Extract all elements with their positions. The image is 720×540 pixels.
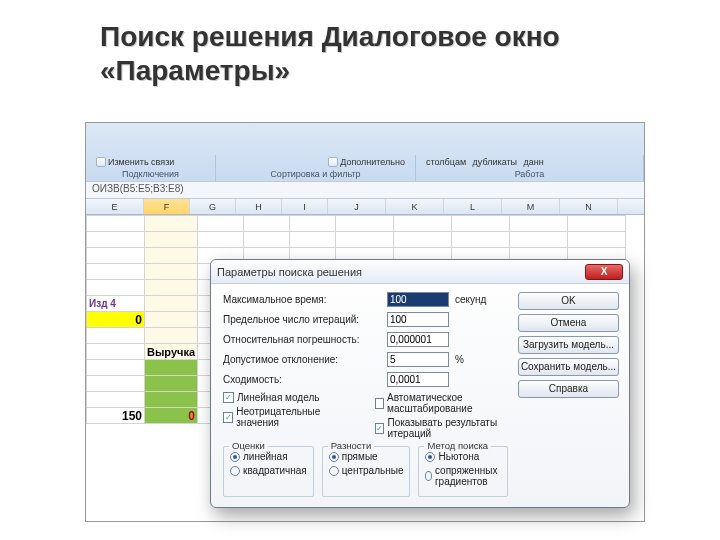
page-title: Поиск решения Диалоговое окно «Параметры…: [100, 20, 660, 87]
ok-button[interactable]: OK: [518, 292, 619, 310]
nonneg-checkbox[interactable]: [223, 412, 233, 423]
show-iter-checkbox[interactable]: [375, 423, 384, 434]
cell-izd4[interactable]: Изд 4: [87, 296, 145, 312]
formula-bar[interactable]: ОИЗВ(B5:E5;B3:E8): [86, 181, 644, 199]
ribbon: Изменить связи Подключения Дополнительно…: [86, 123, 644, 181]
autoscale-checkbox[interactable]: [375, 398, 384, 409]
column-headers: E F G H I J K L M N: [86, 199, 644, 215]
help-button[interactable]: Справка: [518, 380, 619, 398]
forward-radio[interactable]: [329, 452, 339, 462]
load-model-button[interactable]: Загрузить модель...: [518, 336, 619, 354]
convergence-field[interactable]: [387, 372, 449, 387]
search-group: Метод поиска Ньютона сопряженных градиен…: [418, 446, 507, 497]
filter-icon: [328, 157, 338, 167]
tolerance-field[interactable]: [387, 352, 449, 367]
conjugate-radio[interactable]: [425, 471, 431, 481]
save-model-button[interactable]: Сохранить модель...: [518, 358, 619, 376]
cell-0-red[interactable]: 0: [145, 408, 198, 424]
solver-options-dialog: Параметры поиска решения X Максимальное …: [210, 259, 630, 508]
cancel-button[interactable]: Отмена: [518, 314, 619, 332]
dialog-title: Параметры поиска решения: [217, 266, 362, 278]
cell-vyruchka[interactable]: Выручка: [145, 344, 198, 360]
newton-radio[interactable]: [425, 452, 435, 462]
cell-zero[interactable]: 0: [87, 312, 145, 328]
quadratic-radio[interactable]: [230, 466, 240, 476]
iterations-field[interactable]: [387, 312, 449, 327]
linear-radio[interactable]: [230, 452, 240, 462]
derivatives-group: Разности прямые центральные: [322, 446, 411, 497]
refresh-icon: [96, 157, 106, 167]
central-radio[interactable]: [329, 466, 339, 476]
linear-model-checkbox[interactable]: [223, 392, 234, 403]
precision-field[interactable]: [387, 332, 449, 347]
estimates-group: Оценки линейная квадратичная: [223, 446, 314, 497]
max-time-field[interactable]: [387, 292, 449, 307]
close-button[interactable]: X: [585, 264, 623, 280]
cell-150[interactable]: 150: [87, 408, 145, 424]
